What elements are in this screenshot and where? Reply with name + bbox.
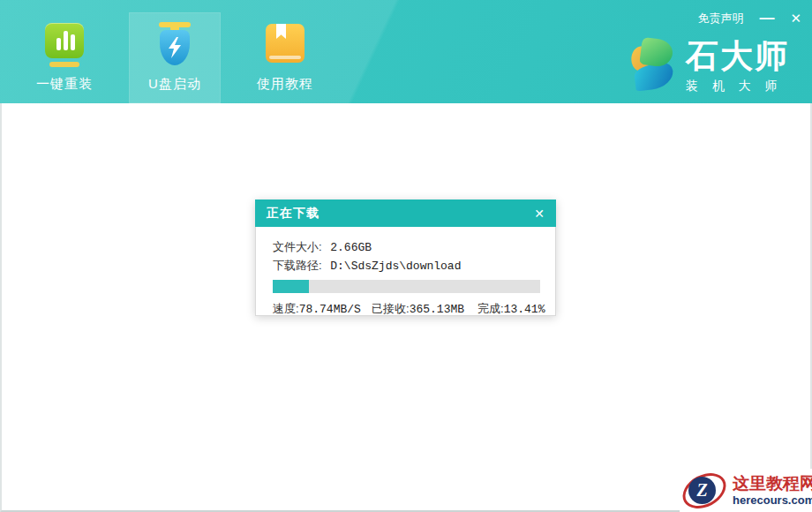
- file-size-value: 2.66GB: [330, 241, 372, 254]
- watermark-logo-icon: Z: [688, 477, 716, 504]
- brand-mark-icon: [631, 39, 679, 92]
- download-dialog: 正在下载 ✕ 文件大小: 2.66GB 下载路径: D:\SdsZjds\dow…: [255, 200, 556, 316]
- download-path-value: D:\SdsZjds\download: [330, 260, 461, 273]
- chart-bars-icon: [44, 22, 85, 68]
- brand-title: 石大师: [686, 39, 789, 74]
- close-icon[interactable]: ✕: [790, 11, 801, 26]
- tab-one-key-reinstall[interactable]: 一键重装: [19, 12, 110, 103]
- file-size-label: 文件大小:: [273, 240, 322, 253]
- completed-stat: 完成:13.41%: [477, 301, 545, 317]
- tab-usb-boot[interactable]: U盘启动: [129, 12, 221, 103]
- lightning-bolt-icon: [167, 37, 183, 58]
- tab-label: 使用教程: [257, 76, 313, 93]
- app-window: 一键重装 U盘启动 使用教程: [0, 0, 812, 512]
- brand-logo: 石大师 装 机 大 师: [631, 39, 789, 94]
- tab-tutorial[interactable]: 使用教程: [239, 12, 331, 103]
- dialog-titlebar: 正在下载 ✕: [255, 200, 556, 227]
- site-watermark: Z 这里教程网 herecours.com: [680, 469, 812, 512]
- window-controls: 免责声明 — ✕: [697, 11, 801, 26]
- progress-fill: [273, 280, 309, 293]
- minimize-icon[interactable]: —: [759, 11, 774, 26]
- disclaimer-link[interactable]: 免责声明: [697, 11, 743, 26]
- dialog-body: 文件大小: 2.66GB 下载路径: D:\SdsZjds\download 速…: [255, 227, 556, 316]
- file-size-row: 文件大小: 2.66GB: [273, 237, 539, 256]
- tab-label: 一键重装: [36, 76, 93, 93]
- watermark-site-domain: herecours.com: [733, 493, 812, 508]
- dialog-close-icon[interactable]: ✕: [534, 207, 545, 220]
- received-stat: 已接收:365.13MB: [372, 301, 464, 317]
- book-icon: [265, 22, 305, 68]
- header-bar: 一键重装 U盘启动 使用教程: [0, 0, 812, 103]
- usb-shield-icon: [154, 22, 195, 68]
- tab-bar: 一键重装 U盘启动 使用教程: [19, 0, 331, 103]
- download-path-row: 下载路径: D:\SdsZjds\download: [273, 256, 539, 275]
- download-path-label: 下载路径:: [273, 259, 322, 272]
- brand-subtitle: 装 机 大 师: [686, 79, 789, 94]
- tab-label: U盘启动: [148, 76, 201, 93]
- progress-bar: [273, 280, 540, 293]
- dialog-title: 正在下载: [267, 206, 320, 222]
- speed-stat: 速度:78.74MB/S: [273, 301, 361, 317]
- watermark-site-name: 这里教程网: [733, 474, 812, 493]
- download-stats-row: 速度:78.74MB/S 已接收:365.13MB 完成:13.41%: [273, 301, 539, 317]
